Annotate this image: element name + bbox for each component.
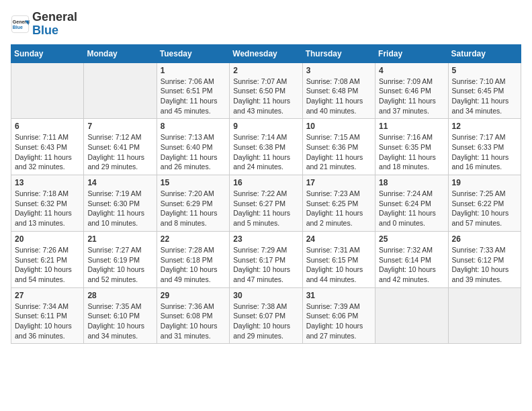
day-detail: Sunrise: 7:24 AM Sunset: 6:24 PM Dayligh… xyxy=(379,189,444,228)
day-detail: Sunrise: 7:23 AM Sunset: 6:25 PM Dayligh… xyxy=(306,189,371,228)
logo: General Blue General Blue xyxy=(11,11,77,38)
calendar-cell: 12Sunrise: 7:17 AM Sunset: 6:33 PM Dayli… xyxy=(448,119,521,175)
weekday-header-thursday: Thursday xyxy=(302,44,375,62)
calendar-week-3: 13Sunrise: 7:18 AM Sunset: 6:32 PM Dayli… xyxy=(11,175,521,232)
day-detail: Sunrise: 7:11 AM Sunset: 6:43 PM Dayligh… xyxy=(15,132,80,172)
day-number: 22 xyxy=(161,234,226,244)
calendar-cell: 7Sunrise: 7:12 AM Sunset: 6:41 PM Daylig… xyxy=(84,119,157,175)
day-number: 24 xyxy=(306,234,371,244)
day-detail: Sunrise: 7:35 AM Sunset: 6:10 PM Dayligh… xyxy=(87,302,152,341)
day-detail: Sunrise: 7:32 AM Sunset: 6:14 PM Dayligh… xyxy=(379,245,444,285)
day-detail: Sunrise: 7:26 AM Sunset: 6:21 PM Dayligh… xyxy=(15,245,80,285)
day-number: 19 xyxy=(452,178,517,187)
calendar-cell: 28Sunrise: 7:35 AM Sunset: 6:10 PM Dayli… xyxy=(84,287,157,344)
day-detail: Sunrise: 7:10 AM Sunset: 6:45 PM Dayligh… xyxy=(452,77,517,116)
day-detail: Sunrise: 7:12 AM Sunset: 6:41 PM Dayligh… xyxy=(87,132,152,172)
day-number: 3 xyxy=(306,66,371,75)
weekday-header-saturday: Saturday xyxy=(448,44,521,62)
weekday-header-monday: Monday xyxy=(84,44,157,62)
day-number: 7 xyxy=(87,122,152,131)
calendar-cell: 17Sunrise: 7:23 AM Sunset: 6:25 PM Dayli… xyxy=(302,175,375,232)
day-detail: Sunrise: 7:38 AM Sunset: 6:07 PM Dayligh… xyxy=(233,302,298,341)
day-number: 25 xyxy=(379,234,444,244)
day-detail: Sunrise: 7:29 AM Sunset: 6:17 PM Dayligh… xyxy=(233,245,298,285)
day-number: 11 xyxy=(379,122,444,131)
calendar-cell: 16Sunrise: 7:22 AM Sunset: 6:27 PM Dayli… xyxy=(230,175,302,232)
day-detail: Sunrise: 7:07 AM Sunset: 6:50 PM Dayligh… xyxy=(233,77,298,116)
calendar-table: SundayMondayTuesdayWednesdayThursdayFrid… xyxy=(11,44,521,345)
logo-icon: General Blue xyxy=(11,15,30,34)
day-detail: Sunrise: 7:36 AM Sunset: 6:08 PM Dayligh… xyxy=(161,302,226,341)
day-number: 31 xyxy=(306,291,371,300)
calendar-week-5: 27Sunrise: 7:34 AM Sunset: 6:11 PM Dayli… xyxy=(11,287,521,344)
weekday-header-row: SundayMondayTuesdayWednesdayThursdayFrid… xyxy=(11,44,521,62)
calendar-cell xyxy=(448,287,521,344)
calendar-cell: 21Sunrise: 7:27 AM Sunset: 6:19 PM Dayli… xyxy=(84,231,157,287)
day-detail: Sunrise: 7:17 AM Sunset: 6:33 PM Dayligh… xyxy=(452,132,517,172)
weekday-header-friday: Friday xyxy=(375,44,448,62)
day-number: 10 xyxy=(306,122,371,131)
calendar-cell: 23Sunrise: 7:29 AM Sunset: 6:17 PM Dayli… xyxy=(230,231,302,287)
day-number: 6 xyxy=(15,122,80,131)
weekday-header-wednesday: Wednesday xyxy=(230,44,302,62)
calendar-cell xyxy=(11,62,84,119)
calendar-cell: 22Sunrise: 7:28 AM Sunset: 6:18 PM Dayli… xyxy=(157,231,229,287)
calendar-cell xyxy=(375,287,448,344)
calendar-cell: 27Sunrise: 7:34 AM Sunset: 6:11 PM Dayli… xyxy=(11,287,84,344)
day-number: 23 xyxy=(233,234,298,244)
day-number: 30 xyxy=(233,291,298,300)
weekday-header-tuesday: Tuesday xyxy=(157,44,229,62)
calendar-cell: 14Sunrise: 7:19 AM Sunset: 6:30 PM Dayli… xyxy=(84,175,157,232)
day-number: 27 xyxy=(15,291,80,300)
day-detail: Sunrise: 7:25 AM Sunset: 6:22 PM Dayligh… xyxy=(452,189,517,228)
day-number: 16 xyxy=(233,178,298,187)
day-detail: Sunrise: 7:06 AM Sunset: 6:51 PM Dayligh… xyxy=(161,77,226,116)
day-detail: Sunrise: 7:22 AM Sunset: 6:27 PM Dayligh… xyxy=(233,189,298,228)
calendar-cell: 18Sunrise: 7:24 AM Sunset: 6:24 PM Dayli… xyxy=(375,175,448,232)
day-detail: Sunrise: 7:09 AM Sunset: 6:46 PM Dayligh… xyxy=(379,77,444,116)
calendar-cell: 9Sunrise: 7:14 AM Sunset: 6:38 PM Daylig… xyxy=(230,119,302,175)
calendar-cell: 1Sunrise: 7:06 AM Sunset: 6:51 PM Daylig… xyxy=(157,62,229,119)
page-header: General Blue General Blue xyxy=(11,11,521,38)
calendar-body: 1Sunrise: 7:06 AM Sunset: 6:51 PM Daylig… xyxy=(11,62,521,344)
day-number: 26 xyxy=(452,234,517,244)
day-number: 12 xyxy=(452,122,517,131)
calendar-cell: 3Sunrise: 7:08 AM Sunset: 6:48 PM Daylig… xyxy=(302,62,375,119)
day-number: 13 xyxy=(15,178,80,187)
day-number: 14 xyxy=(87,178,152,187)
day-number: 20 xyxy=(15,234,80,244)
svg-text:Blue: Blue xyxy=(13,25,23,30)
calendar-cell: 4Sunrise: 7:09 AM Sunset: 6:46 PM Daylig… xyxy=(375,62,448,119)
day-detail: Sunrise: 7:18 AM Sunset: 6:32 PM Dayligh… xyxy=(15,189,80,228)
calendar-cell xyxy=(84,62,157,119)
day-number: 15 xyxy=(161,178,226,187)
calendar-cell: 25Sunrise: 7:32 AM Sunset: 6:14 PM Dayli… xyxy=(375,231,448,287)
day-detail: Sunrise: 7:33 AM Sunset: 6:12 PM Dayligh… xyxy=(452,245,517,285)
calendar-cell: 2Sunrise: 7:07 AM Sunset: 6:50 PM Daylig… xyxy=(230,62,302,119)
day-detail: Sunrise: 7:27 AM Sunset: 6:19 PM Dayligh… xyxy=(87,245,152,285)
day-number: 28 xyxy=(87,291,152,300)
calendar-cell: 29Sunrise: 7:36 AM Sunset: 6:08 PM Dayli… xyxy=(157,287,229,344)
day-number: 1 xyxy=(161,66,226,75)
day-number: 18 xyxy=(379,178,444,187)
weekday-header-sunday: Sunday xyxy=(11,44,84,62)
day-detail: Sunrise: 7:39 AM Sunset: 6:06 PM Dayligh… xyxy=(306,302,371,341)
calendar-cell: 5Sunrise: 7:10 AM Sunset: 6:45 PM Daylig… xyxy=(448,62,521,119)
calendar-cell: 26Sunrise: 7:33 AM Sunset: 6:12 PM Dayli… xyxy=(448,231,521,287)
calendar-cell: 24Sunrise: 7:31 AM Sunset: 6:15 PM Dayli… xyxy=(302,231,375,287)
day-number: 29 xyxy=(161,291,226,300)
day-detail: Sunrise: 7:13 AM Sunset: 6:40 PM Dayligh… xyxy=(161,132,226,172)
day-detail: Sunrise: 7:34 AM Sunset: 6:11 PM Dayligh… xyxy=(15,302,80,341)
day-number: 17 xyxy=(306,178,371,187)
day-number: 8 xyxy=(161,122,226,131)
day-detail: Sunrise: 7:16 AM Sunset: 6:35 PM Dayligh… xyxy=(379,132,444,172)
calendar-cell: 19Sunrise: 7:25 AM Sunset: 6:22 PM Dayli… xyxy=(448,175,521,232)
day-detail: Sunrise: 7:19 AM Sunset: 6:30 PM Dayligh… xyxy=(87,189,152,228)
calendar-week-2: 6Sunrise: 7:11 AM Sunset: 6:43 PM Daylig… xyxy=(11,119,521,175)
calendar-cell: 8Sunrise: 7:13 AM Sunset: 6:40 PM Daylig… xyxy=(157,119,229,175)
logo-name: General Blue xyxy=(32,11,77,38)
day-detail: Sunrise: 7:08 AM Sunset: 6:48 PM Dayligh… xyxy=(306,77,371,116)
day-number: 9 xyxy=(233,122,298,131)
day-detail: Sunrise: 7:15 AM Sunset: 6:36 PM Dayligh… xyxy=(306,132,371,172)
calendar-cell: 13Sunrise: 7:18 AM Sunset: 6:32 PM Dayli… xyxy=(11,175,84,232)
